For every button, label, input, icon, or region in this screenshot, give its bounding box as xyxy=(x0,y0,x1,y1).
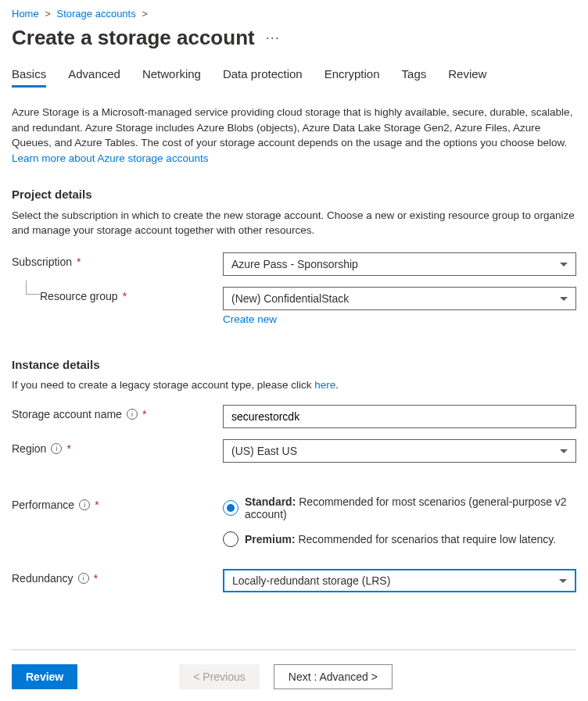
region-label: Region i * xyxy=(12,439,223,455)
intro-text: Azure Storage is a Microsoft-managed ser… xyxy=(12,105,576,166)
legacy-here-link[interactable]: here xyxy=(314,379,335,391)
tab-encryption[interactable]: Encryption xyxy=(324,67,380,88)
info-icon[interactable]: i xyxy=(78,573,89,584)
performance-label: Performance i * xyxy=(12,495,223,511)
subscription-label: Subscription * xyxy=(12,252,223,268)
performance-standard-radio[interactable] xyxy=(223,500,238,516)
page-title: Create a storage account xyxy=(12,26,255,50)
instance-details-heading: Instance details xyxy=(12,358,576,371)
performance-standard-text: Standard: Recommended for most scenarios… xyxy=(245,495,576,520)
tab-networking[interactable]: Networking xyxy=(142,67,201,88)
tabs: Basics Advanced Networking Data protecti… xyxy=(12,67,576,88)
learn-more-link[interactable]: Learn more about Azure storage accounts xyxy=(12,152,208,164)
performance-premium-radio[interactable] xyxy=(223,531,238,547)
tab-data-protection[interactable]: Data protection xyxy=(223,67,303,88)
breadcrumb-home[interactable]: Home xyxy=(12,8,39,20)
chevron-right-icon: > xyxy=(45,8,51,20)
resource-group-select[interactable]: (New) ConfidentialStack xyxy=(223,287,576,310)
tab-tags[interactable]: Tags xyxy=(402,67,427,88)
more-icon[interactable]: ··· xyxy=(266,30,280,46)
create-new-link[interactable]: Create new xyxy=(223,313,277,325)
subscription-select[interactable]: Azure Pass - Sponsorship xyxy=(223,252,576,276)
info-icon[interactable]: i xyxy=(127,409,138,420)
tab-advanced[interactable]: Advanced xyxy=(68,67,120,88)
breadcrumb-storage-accounts[interactable]: Storage accounts xyxy=(57,8,136,20)
info-icon[interactable]: i xyxy=(51,443,62,454)
storage-account-name-label: Storage account name i * xyxy=(12,405,223,420)
chevron-down-icon xyxy=(560,449,568,453)
info-icon[interactable]: i xyxy=(79,499,90,510)
previous-button: < Previous xyxy=(179,664,260,689)
performance-premium-text: Premium: Recommended for scenarios that … xyxy=(245,533,556,545)
chevron-down-icon xyxy=(560,297,568,301)
footer: Review < Previous Next : Advanced > xyxy=(12,649,576,689)
resource-group-label: Resource group * xyxy=(12,287,223,302)
storage-account-name-input[interactable] xyxy=(223,405,576,428)
redundancy-label: Redundancy i * xyxy=(12,569,223,585)
legacy-account-text: If you need to create a legacy storage a… xyxy=(12,379,576,391)
chevron-down-icon xyxy=(560,263,568,266)
tab-basics[interactable]: Basics xyxy=(12,67,46,88)
redundancy-select[interactable]: Locally-redundant storage (LRS) xyxy=(223,569,576,592)
chevron-down-icon xyxy=(559,579,567,583)
project-details-heading: Project details xyxy=(12,188,576,201)
project-details-desc: Select the subscription in which to crea… xyxy=(12,209,576,238)
chevron-right-icon: > xyxy=(142,8,148,20)
review-button[interactable]: Review xyxy=(12,664,77,689)
breadcrumb: Home > Storage accounts > xyxy=(12,8,576,20)
next-button[interactable]: Next : Advanced > xyxy=(274,664,393,689)
tab-review[interactable]: Review xyxy=(448,67,486,88)
region-select[interactable]: (US) East US xyxy=(223,439,576,463)
